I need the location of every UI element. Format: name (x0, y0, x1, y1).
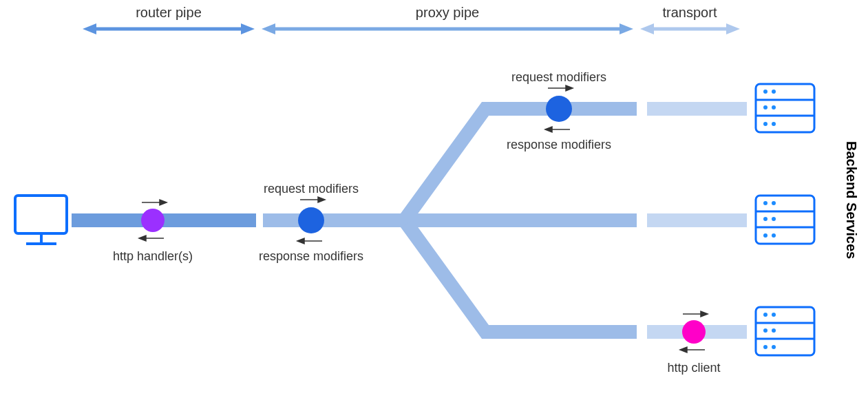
svg-point-24 (763, 201, 768, 205)
svg-marker-50 (545, 127, 552, 132)
svg-point-25 (772, 201, 776, 205)
handler-dot (141, 209, 165, 232)
section-router: router pipe (83, 5, 255, 34)
svg-marker-42 (139, 235, 146, 241)
svg-point-35 (763, 328, 768, 333)
svg-point-38 (772, 345, 776, 349)
svg-point-18 (772, 105, 776, 109)
server-icon-bottom (756, 307, 814, 355)
svg-point-17 (763, 105, 768, 109)
svg-marker-46 (297, 238, 304, 244)
svg-point-29 (772, 233, 776, 238)
proxy-pipe-branch-mid (401, 213, 637, 227)
svg-point-19 (763, 122, 768, 126)
proxy-pipe-branch-bottom (401, 220, 637, 339)
proxy-resp-label: response modifiers (259, 249, 363, 263)
proxy-modifier-dot (298, 207, 324, 233)
svg-point-16 (772, 90, 776, 94)
transport-pipe-mid (647, 213, 747, 227)
svg-marker-52 (701, 311, 708, 317)
branch-modifier-dot (546, 96, 572, 122)
svg-point-27 (772, 217, 776, 221)
svg-marker-1 (83, 23, 96, 34)
architecture-diagram: router pipe proxy pipe transport (0, 0, 868, 398)
svg-point-20 (772, 122, 776, 126)
svg-marker-7 (640, 23, 654, 34)
svg-marker-8 (726, 23, 740, 34)
proxy-pipe-branch-top (401, 102, 637, 220)
handler-label: http handler(s) (113, 249, 193, 263)
svg-point-28 (763, 233, 768, 238)
svg-point-34 (772, 313, 776, 317)
branch-req-label: request modifiers (511, 70, 606, 84)
svg-point-33 (763, 313, 768, 317)
section-proxy-label: proxy pipe (416, 5, 479, 20)
proxy-pipe-trunk (263, 213, 401, 227)
server-icon-mid (756, 196, 814, 244)
section-proxy: proxy pipe (262, 5, 633, 34)
client-label: http client (667, 361, 720, 375)
backend-services-label: Backend Services (844, 141, 859, 259)
http-client-dot (682, 320, 706, 344)
monitor-icon (15, 196, 67, 244)
svg-point-36 (772, 328, 776, 333)
branch-resp-label: response modifiers (507, 138, 611, 151)
svg-marker-4 (262, 23, 275, 34)
svg-marker-5 (620, 23, 633, 34)
svg-marker-54 (680, 347, 687, 353)
svg-point-37 (763, 345, 768, 349)
transport-pipe-top (647, 102, 747, 116)
server-icon-top (756, 84, 814, 132)
svg-point-26 (763, 217, 768, 221)
section-router-label: router pipe (136, 5, 202, 20)
svg-marker-48 (566, 85, 573, 91)
svg-point-15 (763, 90, 768, 94)
proxy-req-label: request modifiers (264, 182, 359, 196)
svg-marker-40 (160, 200, 167, 205)
svg-marker-2 (241, 23, 255, 34)
section-transport: transport (640, 5, 740, 34)
svg-rect-9 (15, 196, 67, 233)
section-transport-label: transport (663, 5, 717, 20)
svg-marker-44 (318, 197, 325, 202)
